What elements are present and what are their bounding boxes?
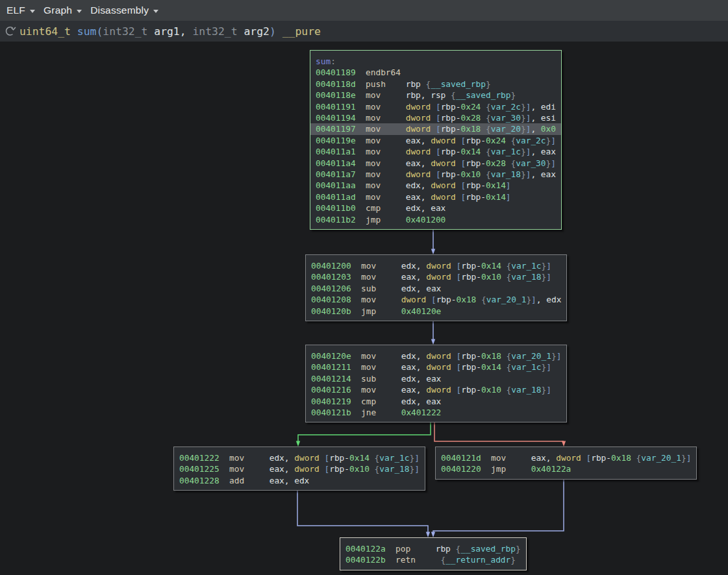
asm-token[interactable]: edx, eax <box>401 284 442 293</box>
asm-token[interactable] <box>506 158 511 168</box>
asm-token[interactable]: var_20_1 <box>511 351 551 361</box>
asm-line[interactable]: 00401203 mov eax, dword [rbp-0x10 {var_1… <box>306 271 566 282</box>
asm-token[interactable]: jmp <box>481 464 531 474</box>
asm-token[interactable]: } <box>521 124 526 134</box>
asm-token[interactable]: rbp- <box>461 385 481 395</box>
asm-token[interactable] <box>501 385 507 395</box>
asm-token[interactable]: rbp- <box>441 147 461 156</box>
asm-token[interactable]: rbp- <box>466 192 486 202</box>
asm-token[interactable]: dword <box>431 192 456 202</box>
asm-token[interactable]: mov <box>351 295 401 304</box>
asm-token[interactable]: ] <box>506 180 511 190</box>
asm-token[interactable]: 0x10 <box>481 385 501 395</box>
asm-token[interactable] <box>631 453 636 463</box>
asm-token[interactable]: mov <box>356 147 406 156</box>
asm-token[interactable]: 0x14 <box>460 147 481 156</box>
asm-token[interactable]: jne <box>351 408 401 417</box>
asm-token[interactable]: eax, <box>406 192 431 202</box>
basic-block-0x401200[interactable]: 00401200 mov edx, dword [rbp-0x14 {var_1… <box>305 254 567 321</box>
asm-token[interactable]: 0x14 <box>481 261 501 271</box>
asm-token[interactable]: , edi <box>531 102 556 112</box>
asm-token[interactable]: mov <box>356 136 406 145</box>
asm-token[interactable] <box>481 147 486 156</box>
signature-token[interactable] <box>71 25 77 38</box>
asm-token[interactable]: cmp <box>356 203 406 213</box>
asm-line[interactable]: 00401225 mov eax, dword [rbp-0x10 {var_1… <box>174 463 425 474</box>
asm-token[interactable]: 0040121d <box>441 453 481 463</box>
asm-token[interactable] <box>501 272 507 282</box>
asm-token[interactable]: 0x18 <box>481 351 501 361</box>
asm-token[interactable]: , eax <box>531 169 556 179</box>
asm-token[interactable]: 004011a7 <box>316 169 356 179</box>
basic-block-0x40120e[interactable]: 0040120e mov edx, dword [rbp-0x18 {var_2… <box>305 345 567 422</box>
asm-token[interactable]: 0x40122a <box>531 464 571 474</box>
asm-token[interactable]: var_30 <box>516 158 546 168</box>
asm-token[interactable] <box>481 169 486 179</box>
asm-token[interactable]: rbp- <box>436 295 457 304</box>
asm-token[interactable]: var_20_1 <box>641 453 681 463</box>
asm-token[interactable]: mov <box>356 124 406 134</box>
asm-line[interactable]: 0040121d mov eax, dword [rbp-0x18 {var_2… <box>436 452 696 463</box>
asm-token[interactable] <box>426 295 431 304</box>
asm-token[interactable] <box>431 147 436 156</box>
asm-token[interactable]: 00401216 <box>311 385 351 395</box>
asm-token[interactable]: rbp- <box>441 113 461 123</box>
asm-token[interactable]: 0x14 <box>486 180 506 190</box>
asm-token[interactable]: rbp- <box>441 169 461 179</box>
asm-token[interactable]: { <box>486 124 491 134</box>
asm-line[interactable]: 00401228 add eax, edx <box>174 475 425 486</box>
asm-token[interactable]: , esi <box>531 113 556 123</box>
asm-line[interactable]: 00401216 mov eax, dword [rbp-0x10 {var_1… <box>306 384 566 395</box>
asm-token[interactable]: ] <box>546 362 551 372</box>
asm-token[interactable]: dword <box>426 385 451 395</box>
asm-line[interactable]: 0040118e mov rbp, rsp {__saved_rbp} <box>310 90 561 101</box>
asm-token[interactable]: { <box>486 102 491 112</box>
asm-token[interactable]: var_18 <box>511 272 541 282</box>
asm-token[interactable]: ] <box>686 453 692 463</box>
asm-token[interactable]: 0040121b <box>311 408 351 417</box>
menu-item-graph[interactable]: Graph <box>44 5 82 16</box>
asm-line[interactable]: 004011b2 jmp 0x401200 <box>310 214 561 225</box>
asm-token[interactable]: __return_addr <box>446 555 510 565</box>
asm-token[interactable]: 0x24 <box>460 102 481 112</box>
asm-token[interactable] <box>431 124 436 134</box>
asm-token[interactable]: 0x28 <box>460 113 481 123</box>
asm-token[interactable]: mov <box>351 385 401 395</box>
asm-token[interactable]: 0x10 <box>460 169 481 179</box>
asm-token[interactable] <box>481 124 486 134</box>
asm-token[interactable] <box>481 102 486 112</box>
asm-token[interactable]: mov <box>351 272 401 282</box>
signature-token[interactable] <box>276 25 282 38</box>
asm-token[interactable]: [ <box>431 295 436 304</box>
asm-token[interactable]: [ <box>436 169 441 179</box>
asm-token[interactable]: edx, <box>401 351 427 361</box>
asm-token[interactable]: cmp <box>351 397 401 406</box>
asm-token[interactable]: __saved_rbp <box>460 544 516 554</box>
asm-token[interactable]: { <box>486 147 491 156</box>
signature-token[interactable]: __pure <box>282 25 321 38</box>
asm-token[interactable]: dword <box>426 261 451 271</box>
asm-token[interactable]: } <box>551 351 557 361</box>
asm-token[interactable]: jmp <box>351 306 401 316</box>
asm-token[interactable]: var_1c <box>379 453 409 463</box>
asm-line[interactable]: 004011ad mov eax, dword [rbp-0x14] <box>310 191 561 202</box>
asm-line[interactable]: 00401200 mov edx, dword [rbp-0x14 {var_1… <box>306 260 566 271</box>
asm-line[interactable]: 00401222 mov edx, dword [rbp-0x14 {var_1… <box>174 452 425 463</box>
asm-token[interactable]: } <box>521 147 526 156</box>
asm-token[interactable]: rbp- <box>461 351 481 361</box>
signature-token[interactable]: int32_t <box>192 25 237 38</box>
asm-token[interactable]: dword <box>431 136 456 145</box>
asm-token[interactable]: rbp- <box>466 158 486 168</box>
asm-token[interactable]: dword <box>406 147 431 156</box>
asm-token[interactable]: dword <box>431 158 456 168</box>
asm-token[interactable] <box>501 261 507 271</box>
asm-token[interactable]: var_1c <box>491 147 521 156</box>
asm-token[interactable]: push <box>356 79 406 89</box>
asm-token[interactable] <box>481 113 486 123</box>
asm-token[interactable]: 0x14 <box>481 362 501 372</box>
asm-token[interactable]: mov <box>351 351 401 361</box>
asm-line[interactable]: 0040122b retn {__return_addr} <box>340 554 526 565</box>
asm-line[interactable]: 0040121b jne 0x401222 <box>306 407 566 418</box>
asm-token[interactable]: sub <box>351 374 401 384</box>
function-signature[interactable]: uint64_t sum(int32_t arg1, int32_t arg2)… <box>19 25 321 38</box>
